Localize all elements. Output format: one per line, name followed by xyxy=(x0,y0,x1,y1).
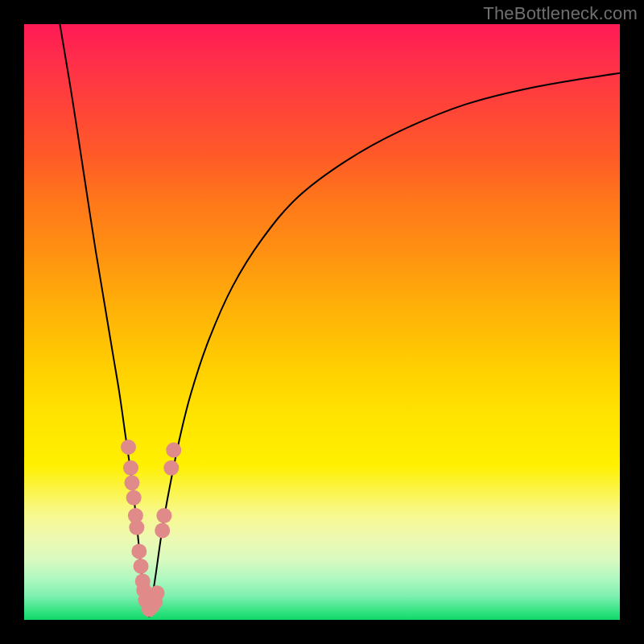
watermark-text: TheBottleneck.com xyxy=(483,3,638,24)
curve-markers xyxy=(121,440,181,617)
data-marker xyxy=(155,523,170,539)
outer-frame: TheBottleneck.com xyxy=(0,0,644,644)
data-marker xyxy=(134,559,149,574)
data-marker xyxy=(121,440,136,455)
data-marker xyxy=(131,543,147,559)
data-marker xyxy=(129,520,144,535)
data-marker xyxy=(166,443,181,458)
data-marker xyxy=(124,475,139,490)
plot-area xyxy=(24,24,620,620)
curve-right-branch xyxy=(149,73,620,617)
data-marker xyxy=(150,585,165,601)
data-marker xyxy=(123,460,138,476)
data-marker xyxy=(163,460,179,476)
data-marker xyxy=(156,508,171,523)
chart-svg xyxy=(24,24,620,620)
data-marker xyxy=(126,490,142,506)
